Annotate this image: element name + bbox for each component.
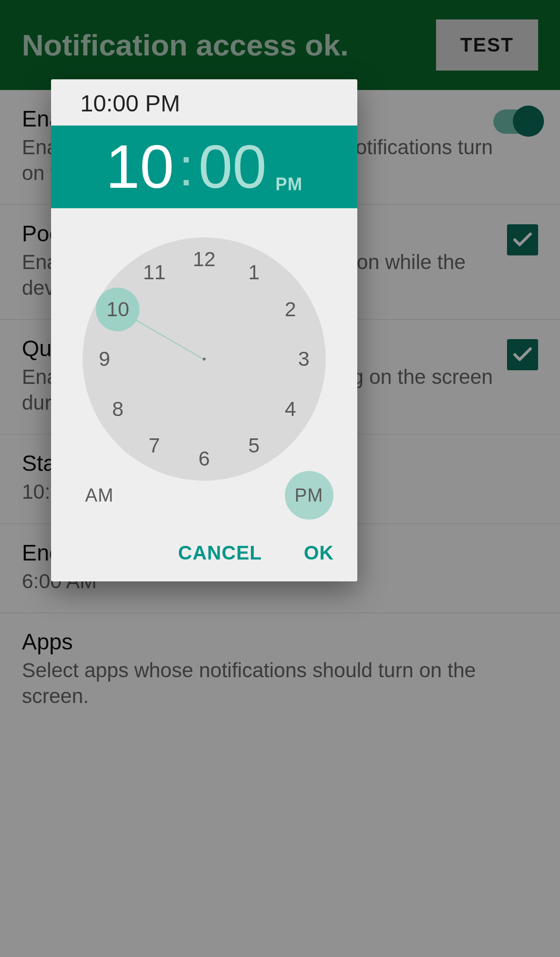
pm-button[interactable]: PM <box>295 485 323 506</box>
clock-number-9[interactable]: 9 <box>99 347 110 371</box>
clock-number-4[interactable]: 4 <box>285 397 296 421</box>
time-colon: : <box>179 140 194 194</box>
time-header: 10 : 00 PM <box>51 126 357 208</box>
clock-number-10[interactable]: 10 <box>106 298 129 321</box>
hour-display[interactable]: 10 <box>106 136 174 198</box>
clock-number-5[interactable]: 5 <box>248 434 260 457</box>
clock-number-2[interactable]: 2 <box>285 298 296 321</box>
clock-number-12[interactable]: 12 <box>193 248 216 271</box>
ampm-row: AM PM <box>51 471 357 520</box>
ok-button[interactable]: OK <box>304 542 334 564</box>
clock-area: 121234567891011 AM PM <box>51 208 357 529</box>
clock-number-7[interactable]: 7 <box>149 434 160 457</box>
ampm-display[interactable]: PM <box>275 174 302 195</box>
cancel-button[interactable]: CANCEL <box>178 542 262 564</box>
clock-number-3[interactable]: 3 <box>298 347 309 371</box>
clock-number-8[interactable]: 8 <box>112 397 123 421</box>
clock-number-11[interactable]: 11 <box>143 261 166 284</box>
clock-center <box>203 358 206 361</box>
clock-number-1[interactable]: 1 <box>248 261 260 284</box>
dialog-title: 10:00 PM <box>51 79 357 126</box>
clock-number-6[interactable]: 6 <box>198 447 210 470</box>
minute-display[interactable]: 00 <box>198 136 266 198</box>
clock-face[interactable]: 121234567891011 <box>83 237 326 481</box>
time-picker-dialog: 10:00 PM 10 : 00 PM 121234567891011 AM P… <box>51 79 357 581</box>
dialog-actions: CANCEL OK <box>51 529 357 581</box>
pm-label: PM <box>295 485 323 506</box>
am-button[interactable]: AM <box>85 485 114 506</box>
